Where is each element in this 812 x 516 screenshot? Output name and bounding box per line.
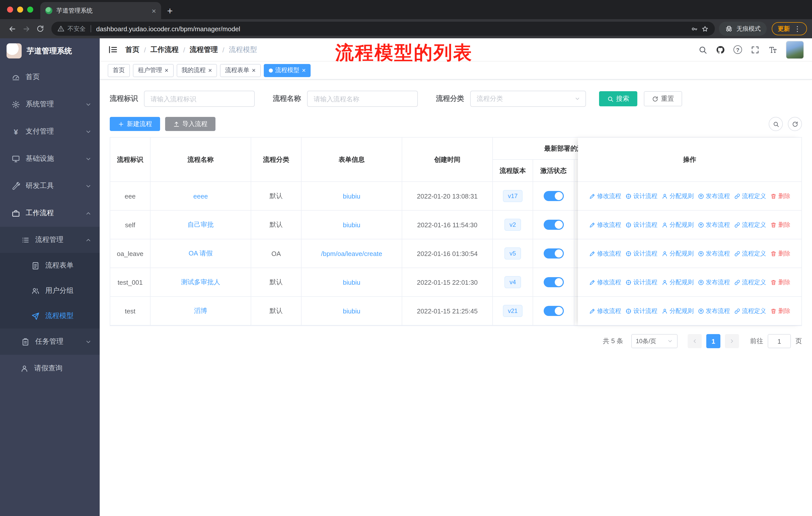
sidebar-item-workflow[interactable]: 工作流程 xyxy=(0,199,100,227)
prev-page-button[interactable] xyxy=(688,334,702,348)
process-definition-action[interactable]: 流程定义 xyxy=(734,307,766,315)
process-name-link[interactable]: OA 请假 xyxy=(188,249,212,258)
edit-process-action[interactable]: 修改流程 xyxy=(589,192,621,200)
process-name-link[interactable]: 滔博 xyxy=(194,306,207,316)
edit-process-action[interactable]: 修改流程 xyxy=(589,249,621,258)
goto-page-input[interactable] xyxy=(768,334,791,348)
assign-rule-action[interactable]: 分配规则 xyxy=(662,307,694,315)
design-process-action[interactable]: 设计流程 xyxy=(625,249,658,258)
edit-process-action[interactable]: 修改流程 xyxy=(589,307,621,315)
delete-action[interactable]: 删除 xyxy=(770,278,790,287)
view-tab[interactable]: 租户管理 × xyxy=(133,64,173,77)
refresh-table-button[interactable] xyxy=(788,117,802,131)
publish-process-action[interactable]: 发布流程 xyxy=(698,307,730,315)
process-definition-action[interactable]: 流程定义 xyxy=(734,220,766,229)
delete-action[interactable]: 删除 xyxy=(770,220,790,229)
active-toggle[interactable] xyxy=(544,191,563,201)
process-name-link[interactable]: 自己审批 xyxy=(187,220,214,229)
close-window-button[interactable] xyxy=(7,6,13,12)
tab-close-icon[interactable]: × xyxy=(252,67,256,74)
new-tab-button[interactable]: + xyxy=(167,6,173,16)
form-info-link[interactable]: biubiu xyxy=(343,278,360,286)
tab-close-icon[interactable]: × xyxy=(165,67,168,74)
breadcrumb-item[interactable]: 首页 xyxy=(125,45,140,54)
sidebar-item-process-management[interactable]: 流程管理 xyxy=(0,227,100,253)
active-toggle[interactable] xyxy=(544,277,563,287)
help-icon[interactable]: ? xyxy=(733,45,742,54)
search-icon[interactable] xyxy=(698,45,707,54)
tab-close-icon[interactable]: × xyxy=(302,67,306,74)
process-key-input[interactable] xyxy=(144,91,255,107)
design-process-action[interactable]: 设计流程 xyxy=(625,220,658,229)
back-icon[interactable] xyxy=(5,22,19,36)
forward-icon[interactable] xyxy=(19,22,33,36)
design-process-action[interactable]: 设计流程 xyxy=(625,278,658,287)
breadcrumb-item[interactable]: 流程管理 xyxy=(190,45,218,54)
next-page-button[interactable] xyxy=(725,334,739,348)
process-definition-action[interactable]: 流程定义 xyxy=(734,249,766,258)
assign-rule-action[interactable]: 分配规则 xyxy=(662,220,694,229)
reload-icon[interactable] xyxy=(33,22,47,36)
minimize-window-button[interactable] xyxy=(17,6,23,12)
reset-button[interactable]: 重置 xyxy=(644,91,682,106)
sidebar-item-devtools[interactable]: 研发工具 xyxy=(0,172,100,199)
import-process-button[interactable]: 导入流程 xyxy=(165,117,215,131)
tab-close-icon[interactable]: × xyxy=(208,67,212,74)
url-bar[interactable]: 不安全 dashboard.yudao.iocoder.cn/bpm/manag… xyxy=(51,22,715,36)
edit-process-action[interactable]: 修改流程 xyxy=(589,278,621,287)
process-definition-action[interactable]: 流程定义 xyxy=(734,192,766,200)
publish-process-action[interactable]: 发布流程 xyxy=(698,249,730,258)
form-info-link[interactable]: biubiu xyxy=(343,307,360,315)
sidebar-item-task-management[interactable]: 任务管理 xyxy=(0,329,100,355)
assign-rule-action[interactable]: 分配规则 xyxy=(662,278,694,287)
view-tab[interactable]: 流程表单 × xyxy=(220,64,261,77)
design-process-action[interactable]: 设计流程 xyxy=(625,307,658,315)
page-size-select[interactable]: 10条/页 xyxy=(631,334,677,348)
publish-process-action[interactable]: 发布流程 xyxy=(698,220,730,229)
delete-action[interactable]: 删除 xyxy=(770,192,790,200)
browser-tab[interactable]: 芋道管理系统 × xyxy=(40,2,161,19)
view-tab[interactable]: 我的流程 × xyxy=(176,64,217,77)
breadcrumb-item[interactable]: 工作流程 xyxy=(150,45,179,54)
sidebar-item-process-form[interactable]: 流程表单 xyxy=(0,253,100,278)
publish-process-action[interactable]: 发布流程 xyxy=(698,278,730,287)
sidebar-item-user-group[interactable]: 用户分组 xyxy=(0,278,100,303)
sidebar-item-home[interactable]: 首页 xyxy=(0,63,100,91)
github-icon[interactable] xyxy=(716,45,725,54)
form-info-link[interactable]: /bpm/oa/leave/create xyxy=(321,250,382,257)
publish-process-action[interactable]: 发布流程 xyxy=(698,192,730,200)
assign-rule-action[interactable]: 分配规则 xyxy=(662,192,694,200)
zoom-window-button[interactable] xyxy=(27,6,33,12)
fullscreen-icon[interactable] xyxy=(751,45,760,54)
table-scroll-area[interactable]: 流程标识 流程名称 流程分类 表单信息 创建时间 最新部署的流程定义 流程版本 … xyxy=(110,138,578,326)
active-toggle[interactable] xyxy=(544,248,563,259)
form-info-link[interactable]: biubiu xyxy=(343,221,360,228)
create-process-button[interactable]: 新建流程 xyxy=(110,117,160,131)
password-key-icon[interactable] xyxy=(691,25,698,32)
process-name-link[interactable]: 测试多审批人 xyxy=(181,278,220,287)
user-avatar[interactable] xyxy=(786,40,804,59)
process-name-link[interactable]: eeee xyxy=(193,192,208,200)
edit-process-action[interactable]: 修改流程 xyxy=(589,220,621,229)
active-toggle[interactable] xyxy=(544,220,563,230)
assign-rule-action[interactable]: 分配规则 xyxy=(662,249,694,258)
form-info-link[interactable]: biubiu xyxy=(343,192,360,200)
security-label[interactable]: 不安全 xyxy=(67,24,86,33)
delete-action[interactable]: 删除 xyxy=(770,307,790,315)
process-definition-action[interactable]: 流程定义 xyxy=(734,278,766,287)
sidebar-item-system[interactable]: 系统管理 xyxy=(0,91,100,118)
browser-menu-icon[interactable]: ⋮ xyxy=(794,25,801,33)
url-text[interactable]: dashboard.yudao.iocoder.cn/bpm/manager/m… xyxy=(96,25,688,32)
search-button[interactable]: 搜索 xyxy=(599,91,637,106)
active-toggle[interactable] xyxy=(544,306,563,316)
process-category-select[interactable]: 流程分类 xyxy=(470,91,586,107)
update-button[interactable]: 更新 ⋮ xyxy=(772,22,807,35)
current-page[interactable]: 1 xyxy=(706,334,720,348)
view-tab[interactable]: 首页 × xyxy=(108,64,130,77)
sidebar-item-leave-query[interactable]: 请假查询 xyxy=(0,355,100,382)
sidebar-item-infra[interactable]: 基础设施 xyxy=(0,145,100,172)
process-name-input[interactable] xyxy=(307,91,418,107)
sidebar-item-payment[interactable]: ¥ 支付管理 xyxy=(0,118,100,145)
sidebar-fold-icon[interactable] xyxy=(108,44,118,55)
design-process-action[interactable]: 设计流程 xyxy=(625,192,658,200)
